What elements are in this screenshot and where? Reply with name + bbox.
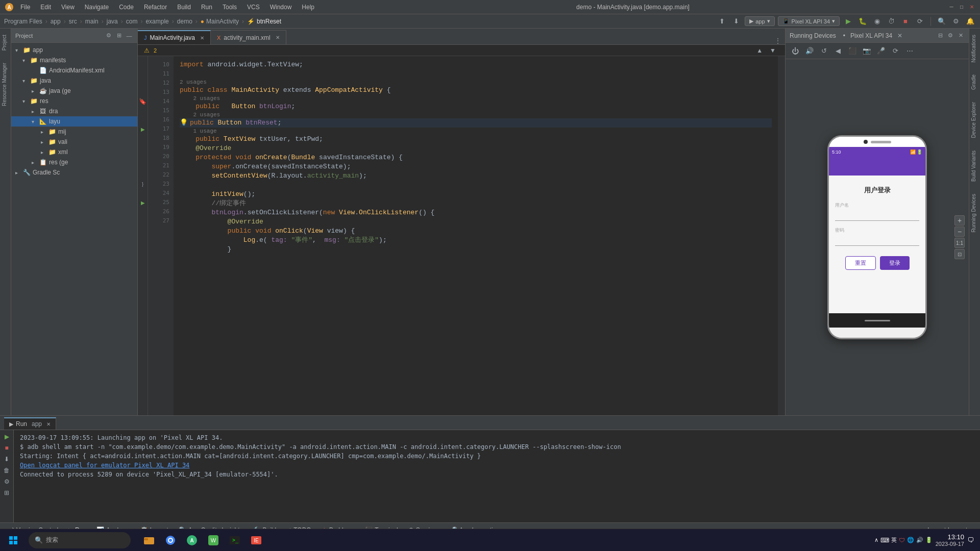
editor-scrollbar[interactable] [778, 56, 785, 415]
menu-refactor[interactable]: Refactor [140, 3, 171, 12]
device-power-icon[interactable]: ⏻ [790, 45, 801, 57]
menu-build[interactable]: Build [173, 3, 195, 12]
breadcrumb-file[interactable]: MainActivity [206, 18, 239, 25]
tree-item-layout[interactable]: ▾ 📐 layu [11, 116, 137, 127]
warning-next-button[interactable]: ▼ [767, 46, 779, 55]
run-tab[interactable]: ▶ Run app ✕ [4, 417, 56, 430]
menu-code[interactable]: Code [115, 3, 138, 12]
device-refresh-icon[interactable]: ⟳ [890, 45, 901, 57]
close-button[interactable]: ✕ [968, 3, 976, 11]
menu-vcs[interactable]: VCS [243, 3, 264, 12]
profile-button[interactable]: ⏱ [886, 16, 897, 27]
breadcrumb-program-files[interactable]: Program Files [4, 18, 42, 25]
device-back-icon[interactable]: ◀ [832, 45, 844, 57]
tab-activity-main-xml[interactable]: X activity_main.xml ✕ [211, 30, 286, 44]
tray-notification-icon[interactable]: 🗨 [967, 536, 974, 544]
maximize-button[interactable]: □ [958, 3, 966, 11]
zoom-in-button[interactable]: + [954, 215, 965, 226]
tray-volume-icon[interactable]: 🔊 [916, 537, 923, 543]
menu-run[interactable]: Run [197, 3, 216, 12]
breadcrumb-main[interactable]: main [85, 18, 99, 25]
search-everywhere-icon[interactable]: 🔍 [936, 16, 947, 27]
project-expand-icon[interactable]: ⊞ [115, 32, 123, 40]
minimize-button[interactable]: ─ [947, 3, 955, 11]
sidebar-tab-project[interactable]: Project [0, 29, 11, 57]
device-home-icon[interactable]: ⬛ [847, 45, 858, 57]
run-clear-icon[interactable]: 🗑 [2, 466, 11, 475]
code-editor[interactable]: import android.widget.TextView; 2 usages… [174, 56, 778, 415]
notifications-icon[interactable]: 🔔 [965, 16, 976, 27]
device-camera-icon[interactable]: 📷 [861, 45, 872, 57]
git-push-icon[interactable]: ⬇ [730, 16, 742, 27]
taskbar-android-studio[interactable]: A [182, 530, 202, 550]
device-more-icon[interactable]: ⋯ [904, 45, 915, 57]
run-rerun-icon[interactable]: ▶ [2, 432, 11, 441]
menu-edit[interactable]: Edit [36, 3, 55, 12]
run-with-coverage-button[interactable]: ◉ [871, 16, 883, 27]
run-config-button[interactable]: ▶ app ▾ [745, 16, 774, 26]
taskbar-search-bar[interactable]: 🔍 搜索 [29, 532, 131, 548]
device-panel-expand-icon[interactable]: ⊟ [936, 32, 944, 40]
breadcrumb-java[interactable]: java [107, 18, 118, 25]
device-selector-button[interactable]: 📱 Pixel XL API 34 ▾ [778, 16, 840, 26]
tree-item-mip[interactable]: ▸ 📁 mij [11, 127, 137, 137]
project-collapse-icon[interactable]: — [125, 32, 133, 40]
run-settings-icon[interactable]: ⚙ [2, 477, 11, 486]
settings-icon[interactable]: ⚙ [950, 16, 962, 27]
sidebar-tab-device-explorer[interactable]: Device Explorer [969, 96, 980, 144]
tray-lang-icon[interactable]: 英 [891, 536, 897, 544]
breadcrumb-app[interactable]: app [51, 18, 61, 25]
sync-button[interactable]: ⟳ [914, 16, 925, 27]
device-panel-close-icon[interactable]: ✕ [957, 32, 965, 40]
device-rotate-icon[interactable]: ↺ [818, 45, 829, 57]
sidebar-tab-gradle[interactable]: Gradle [969, 68, 980, 96]
tree-item-manifests[interactable]: ▾ 📁 manifests [11, 55, 137, 65]
run-tab-close[interactable]: ✕ [46, 421, 51, 427]
tree-item-res-ge[interactable]: ▸ 📋 res (ge [11, 157, 137, 167]
tree-item-app[interactable]: ▾ 📁 app [11, 45, 137, 55]
run-line-logcat-link[interactable]: Open logcat panel for emulator Pixel XL … [20, 461, 974, 470]
start-button[interactable] [2, 529, 24, 552]
sidebar-tab-resource[interactable]: Resource Manager [0, 57, 11, 112]
menu-window[interactable]: Window [266, 3, 296, 12]
editor-options-icon[interactable]: ⋮ [771, 37, 785, 44]
tray-network-icon[interactable]: 🌐 [907, 537, 914, 543]
tree-item-drawable[interactable]: ▸ 🖼 dra [11, 106, 137, 116]
device-panel-settings-icon[interactable]: ⚙ [946, 32, 954, 40]
tab-mainactivity-java[interactable]: J MainActivity.java ✕ [138, 30, 211, 44]
taskbar-browser-app[interactable]: IE [246, 530, 266, 550]
breadcrumb-demo[interactable]: demo [177, 18, 192, 25]
project-gear-icon[interactable]: ⚙ [105, 32, 113, 40]
tree-item-gradle[interactable]: ▸ 🔧 Gradle Sc [11, 167, 137, 178]
sidebar-tab-notifications[interactable]: Notifications [969, 29, 980, 68]
tab-activity-main-close[interactable]: ✕ [276, 35, 280, 40]
breadcrumb-mainactivity[interactable]: ● [201, 18, 204, 25]
git-update-icon[interactable]: ⬆ [716, 16, 727, 27]
login-button[interactable]: 登录 [880, 256, 910, 270]
taskbar-chrome[interactable] [160, 530, 181, 550]
sidebar-tab-running-devices[interactable]: Running Devices [969, 188, 980, 239]
run-button[interactable]: ▶ [843, 16, 854, 27]
run-expand-icon[interactable]: ⊞ [2, 488, 11, 497]
tree-item-androidmanifest[interactable]: ▸ 📄 AndroidManifest.xml [11, 65, 137, 76]
breadcrumb-src[interactable]: src [69, 18, 77, 25]
system-clock[interactable]: 13:10 2023-09-17 [936, 533, 964, 547]
run-scroll-end-icon[interactable]: ⬇ [2, 455, 11, 464]
tree-item-java[interactable]: ▾ 📁 java [11, 76, 137, 86]
tray-up-icon[interactable]: ∧ [874, 537, 878, 543]
stop-button[interactable]: ■ [900, 16, 911, 27]
device-volume-icon[interactable]: 🔊 [804, 45, 815, 57]
reset-button[interactable]: 重置 [845, 256, 876, 270]
taskbar-wechat[interactable]: W [203, 530, 224, 550]
warning-prev-button[interactable]: ▲ [753, 46, 766, 55]
menu-view[interactable]: View [57, 3, 79, 12]
tab-mainactivity-close[interactable]: ✕ [200, 35, 204, 41]
menu-help[interactable]: Help [298, 3, 318, 12]
breadcrumb-example[interactable]: example [145, 18, 168, 25]
menu-navigate[interactable]: Navigate [81, 3, 113, 12]
zoom-fit-button[interactable]: ⊡ [954, 249, 965, 259]
menu-file[interactable]: File [16, 3, 34, 12]
zoom-out-button[interactable]: − [954, 227, 965, 237]
device-microphone-icon[interactable]: 🎤 [875, 45, 887, 57]
taskbar-file-explorer[interactable] [139, 530, 159, 550]
